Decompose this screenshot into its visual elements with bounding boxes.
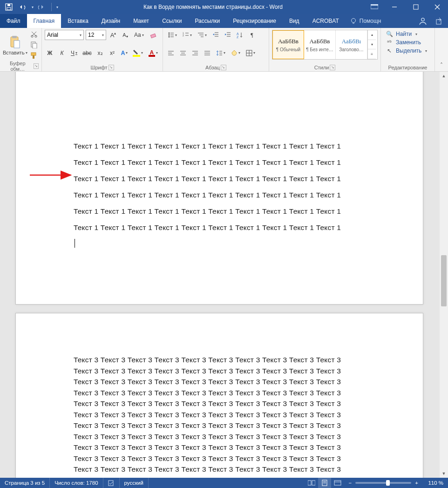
decrease-indent-button[interactable]	[210, 30, 221, 40]
bullets-button[interactable]: ▾	[166, 30, 179, 40]
style-normal[interactable]: АаБбВв ¶ Обычный	[272, 30, 304, 59]
page-1-body[interactable]: Текст 1 Текст 1 Текст 1 Текст 1 Текст 1 …	[74, 138, 386, 252]
scroll-thumb[interactable]	[441, 255, 447, 306]
multilevel-icon	[197, 32, 204, 38]
style-heading1[interactable]: АаБбВı Заголово…	[336, 30, 367, 59]
minimize-button[interactable]	[384, 0, 405, 14]
page-3[interactable]: Текст 3 Текст 3 Текст 3 Текст 3 Текст 3 …	[15, 313, 423, 478]
tell-me[interactable]: Помощн	[346, 14, 386, 28]
justify-button[interactable]	[202, 48, 212, 58]
grow-font-button[interactable]: A▴	[108, 30, 118, 40]
line-spacing-button[interactable]: ▾	[214, 48, 227, 58]
status-words[interactable]: Число слов: 1780	[50, 478, 103, 488]
tab-review[interactable]: Рецензирование	[226, 14, 283, 28]
document-area[interactable]: Текст 1 Текст 1 Текст 1 Текст 1 Текст 1 …	[0, 72, 448, 478]
collapse-ribbon-button[interactable]: ˄	[435, 28, 448, 71]
styles-scroll[interactable]: ▴▾≡	[367, 30, 376, 59]
borders-button[interactable]: ▾	[244, 48, 257, 58]
numbering-button[interactable]: 12▾	[181, 30, 194, 40]
find-button[interactable]: 🔍Найти▾	[384, 30, 432, 38]
status-page[interactable]: Страница 3 из 5	[0, 478, 50, 488]
select-button[interactable]: ↖Выделить▾	[384, 47, 432, 55]
align-left-button[interactable]	[166, 48, 176, 58]
undo-dropdown[interactable]: ▾	[32, 5, 34, 9]
undo-button[interactable]	[17, 1, 29, 13]
redo-button[interactable]	[35, 1, 48, 13]
align-center-button[interactable]	[178, 48, 188, 58]
page-1[interactable]: Текст 1 Текст 1 Текст 1 Текст 1 Текст 1 …	[15, 72, 423, 305]
tab-insert[interactable]: Вставка	[61, 14, 95, 28]
increase-indent-button[interactable]	[223, 30, 233, 40]
styles-launcher[interactable]: ↘	[330, 65, 335, 70]
save-button[interactable]	[3, 1, 15, 13]
align-right-button[interactable]	[190, 48, 200, 58]
acrobat-task-pane-button[interactable]	[365, 4, 384, 10]
qat-customize-dropdown[interactable]: ▾	[56, 5, 58, 9]
strike-button[interactable]: abc	[81, 48, 93, 58]
scroll-down-button[interactable]: ▼	[440, 469, 448, 478]
tab-file[interactable]: Файл	[0, 14, 27, 28]
tab-home[interactable]: Главная	[27, 14, 61, 28]
group-paragraph: ▾ 12▾ ▾ AZ ¶ ▾ ▾ ▾ Абзац↘	[163, 28, 269, 71]
close-button[interactable]	[427, 0, 448, 14]
scroll-track[interactable]	[440, 80, 448, 469]
clipboard-launcher[interactable]: ↘	[34, 63, 39, 69]
font-size-combo[interactable]: 12▾	[86, 30, 106, 40]
view-web-button[interactable]	[331, 478, 344, 488]
text-effects-button[interactable]: A▾	[119, 48, 129, 58]
tab-mailings[interactable]: Рассылки	[188, 14, 226, 28]
styles-gallery[interactable]: АаБбВв ¶ Обычный АаБбВв ¶ Без инте… АаБб…	[272, 30, 378, 60]
font-launcher[interactable]: ↘	[109, 65, 114, 70]
style-nospacing[interactable]: АаБбВв ¶ Без инте…	[304, 30, 336, 59]
tab-layout[interactable]: Макет	[127, 14, 156, 28]
view-print-button[interactable]	[318, 478, 331, 488]
eraser-icon	[149, 31, 157, 39]
svg-rect-20	[31, 53, 36, 55]
page-3-body[interactable]: Текст 3 Текст 3 Текст 3 Текст 3 Текст 3 …	[74, 354, 386, 478]
highlight-button[interactable]: ▾	[131, 48, 144, 58]
font-name-combo[interactable]: Arial▾	[45, 30, 84, 40]
format-painter-button[interactable]	[28, 51, 40, 60]
change-case-button[interactable]: Aa▾	[132, 30, 146, 40]
tab-acrobat[interactable]: ACROBAT	[306, 14, 346, 28]
superscript-button[interactable]: x²	[107, 48, 117, 58]
replace-icon: ᵃᵇ	[386, 39, 393, 46]
zoom-out-button[interactable]: −	[349, 480, 352, 486]
maximize-button[interactable]	[405, 0, 427, 14]
account-button[interactable]	[414, 14, 431, 28]
zoom-thumb[interactable]	[386, 480, 390, 486]
copy-button[interactable]	[28, 41, 40, 49]
scroll-up-button[interactable]: ▲	[440, 72, 448, 80]
status-language[interactable]: русский	[120, 478, 149, 488]
paste-button[interactable]: Вставить▾	[3, 30, 27, 60]
clear-formatting-button[interactable]	[148, 30, 159, 40]
italic-button[interactable]: К	[57, 48, 67, 58]
web-layout-icon	[334, 480, 341, 486]
shading-button[interactable]: ▾	[229, 48, 242, 58]
paragraph-launcher[interactable]: ↘	[221, 65, 226, 70]
tab-references[interactable]: Ссылки	[156, 14, 188, 28]
tab-design[interactable]: Дизайн	[95, 14, 127, 28]
vertical-scrollbar[interactable]: ▲ ▼	[440, 72, 448, 478]
shrink-font-button[interactable]: A▾	[120, 30, 130, 40]
font-color-button[interactable]: A▾	[147, 48, 160, 58]
outdent-icon	[212, 32, 219, 38]
zoom-slider[interactable]	[355, 482, 411, 484]
zoom-level[interactable]: 110 %	[422, 480, 443, 486]
zoom-in-button[interactable]: +	[415, 480, 418, 486]
sort-button[interactable]: AZ	[235, 30, 245, 40]
cut-button[interactable]	[28, 30, 40, 39]
status-proofing[interactable]	[103, 478, 120, 488]
replace-button[interactable]: ᵃᵇЗаменить	[384, 38, 432, 47]
shading-icon	[231, 50, 238, 56]
view-read-button[interactable]	[305, 478, 318, 488]
show-marks-button[interactable]: ¶	[247, 30, 257, 40]
subscript-button[interactable]: x₂	[95, 48, 105, 58]
highlight-icon	[133, 49, 140, 57]
multilevel-button[interactable]: ▾	[196, 30, 209, 40]
share-button[interactable]	[431, 14, 448, 28]
tab-view[interactable]: Вид	[283, 14, 306, 28]
redo-icon	[38, 4, 45, 10]
underline-button[interactable]: Ч▾	[69, 48, 79, 58]
bold-button[interactable]: Ж	[45, 48, 55, 58]
